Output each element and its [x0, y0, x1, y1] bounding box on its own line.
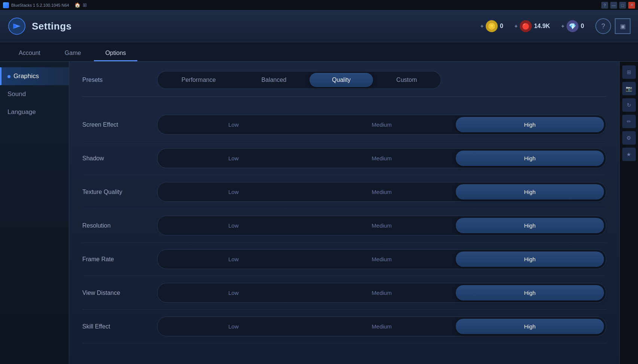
- setting-btn-2-high[interactable]: High: [456, 184, 604, 200]
- setting-btn-2-low[interactable]: Low: [159, 184, 308, 200]
- rt-star-icon[interactable]: ★: [622, 148, 636, 161]
- help-title-btn[interactable]: ?: [601, 2, 608, 9]
- preset-balanced[interactable]: Balanced: [239, 73, 309, 87]
- help-button[interactable]: ?: [595, 18, 611, 34]
- page-title: Settings: [32, 21, 72, 32]
- rt-gear-icon[interactable]: ⚙: [622, 131, 636, 145]
- setting-label-3: Resolution: [82, 222, 157, 229]
- bluestacks-logo: [7, 17, 26, 36]
- tab-options[interactable]: Options: [94, 46, 137, 61]
- setting-label-6: Skill Effect: [82, 323, 157, 330]
- main-window: Settings + 🪙 0 + 🔴 14.9K + 💎 0 ? ▣ Accou…: [0, 10, 638, 364]
- setting-buttons-4: LowMediumHigh: [157, 249, 606, 269]
- setting-btn-4-low[interactable]: Low: [159, 252, 308, 267]
- tabs-bar: Account Game Options: [0, 42, 638, 62]
- main-panel: Presets Performance Balanced Quality Cus…: [69, 62, 619, 364]
- setting-label-5: View Distance: [82, 290, 157, 296]
- coins-value: 0: [500, 23, 503, 30]
- grid-icon: ⊞: [83, 2, 87, 8]
- setting-buttons-0: LowMediumHigh: [157, 115, 606, 135]
- setting-btn-3-medium[interactable]: Medium: [308, 218, 456, 233]
- settings-container: Screen EffectLowMediumHighShadowLowMediu…: [82, 108, 606, 343]
- currency-coins: + 🪙 0: [480, 20, 503, 32]
- setting-btn-1-medium[interactable]: Medium: [308, 151, 456, 166]
- setting-row-3: ResolutionLowMediumHigh: [82, 209, 606, 243]
- setting-buttons-3: LowMediumHigh: [157, 216, 606, 235]
- sidebar-item-sound[interactable]: Sound: [0, 85, 69, 103]
- setting-btn-2-medium[interactable]: Medium: [308, 184, 456, 200]
- preset-performance[interactable]: Performance: [159, 73, 238, 87]
- setting-btn-3-high[interactable]: High: [456, 218, 604, 233]
- sidebar-item-language[interactable]: Language: [0, 103, 69, 121]
- setting-label-1: Shadow: [82, 155, 157, 162]
- setting-label-0: Screen Effect: [82, 121, 157, 128]
- minimize-btn[interactable]: —: [610, 2, 617, 9]
- crystals-value: 0: [581, 23, 584, 30]
- title-bar-controls: ? — □ ✕: [601, 2, 635, 9]
- coins-icon: 🪙: [486, 20, 498, 32]
- header-currency: + 🪙 0 + 🔴 14.9K + 💎 0: [480, 20, 584, 32]
- home-icon: 🏠: [74, 2, 80, 8]
- tab-game[interactable]: Game: [54, 46, 92, 61]
- setting-row-4: Frame RateLowMediumHigh: [82, 243, 606, 276]
- setting-btn-0-low[interactable]: Low: [159, 117, 308, 132]
- app-name: BlueStacks 1 5.2.100.1045 N64: [11, 3, 69, 7]
- rt-camera-icon[interactable]: 📷: [622, 82, 636, 95]
- setting-row-5: View DistanceLowMediumHigh: [82, 276, 606, 310]
- setting-label-4: Frame Rate: [82, 256, 157, 263]
- setting-btn-0-medium[interactable]: Medium: [308, 117, 456, 132]
- setting-btn-5-high[interactable]: High: [456, 285, 604, 300]
- menu-button[interactable]: ▣: [615, 18, 631, 34]
- setting-btn-6-high[interactable]: High: [456, 319, 604, 334]
- setting-buttons-1: LowMediumHigh: [157, 148, 606, 168]
- sidebar-item-graphics[interactable]: Graphics: [0, 67, 69, 85]
- restore-btn[interactable]: □: [619, 2, 626, 9]
- rt-grid-icon[interactable]: ⊞: [622, 65, 636, 79]
- rt-refresh-icon[interactable]: ↻: [622, 98, 636, 112]
- setting-buttons-6: LowMediumHigh: [157, 317, 606, 336]
- setting-btn-5-low[interactable]: Low: [159, 285, 308, 300]
- setting-btn-3-low[interactable]: Low: [159, 218, 308, 233]
- setting-buttons-5: LowMediumHigh: [157, 283, 606, 303]
- setting-row-6: Skill EffectLowMediumHigh: [82, 310, 606, 343]
- crystals-icon: 💎: [567, 20, 579, 32]
- presets-label: Presets: [82, 77, 157, 83]
- setting-row-2: Texture QualityLowMediumHigh: [82, 175, 606, 209]
- rt-edit-icon[interactable]: ✏: [622, 115, 636, 128]
- currency-crystals: + 💎 0: [561, 20, 584, 32]
- setting-btn-1-low[interactable]: Low: [159, 151, 308, 166]
- close-btn[interactable]: ✕: [628, 2, 635, 9]
- preset-custom[interactable]: Custom: [374, 73, 439, 87]
- setting-btn-1-high[interactable]: High: [456, 151, 604, 166]
- app-icon: [3, 2, 9, 8]
- setting-btn-6-low[interactable]: Low: [159, 319, 308, 334]
- tab-account[interactable]: Account: [7, 46, 52, 61]
- setting-row-1: ShadowLowMediumHigh: [82, 142, 606, 175]
- setting-row-0: Screen EffectLowMediumHigh: [82, 108, 606, 142]
- setting-btn-0-high[interactable]: High: [456, 117, 604, 132]
- preset-buttons-group: Performance Balanced Quality Custom: [157, 71, 441, 89]
- sidebar: Graphics Sound Language: [0, 62, 69, 364]
- setting-btn-6-medium[interactable]: Medium: [308, 319, 456, 334]
- preset-quality[interactable]: Quality: [309, 73, 373, 87]
- setting-btn-4-high[interactable]: High: [456, 252, 604, 267]
- gems-value: 14.9K: [534, 23, 550, 30]
- title-bar-left: BlueStacks 1 5.2.100.1045 N64 🏠 ⊞: [3, 2, 87, 8]
- gems-icon: 🔴: [520, 20, 532, 32]
- header: Settings + 🪙 0 + 🔴 14.9K + 💎 0 ? ▣: [0, 10, 638, 42]
- right-toolbar: ⊞ 📷 ↻ ✏ ⚙ ★: [619, 62, 638, 364]
- setting-btn-4-medium[interactable]: Medium: [308, 252, 456, 267]
- currency-gems: + 🔴 14.9K: [515, 20, 550, 32]
- title-bar: BlueStacks 1 5.2.100.1045 N64 🏠 ⊞ ? — □ …: [0, 0, 638, 10]
- setting-label-2: Texture Quality: [82, 189, 157, 195]
- presets-row: Presets Performance Balanced Quality Cus…: [82, 71, 606, 97]
- setting-btn-5-medium[interactable]: Medium: [308, 285, 456, 300]
- setting-buttons-2: LowMediumHigh: [157, 182, 606, 202]
- content-area: Graphics Sound Language Presets Performa…: [0, 62, 638, 364]
